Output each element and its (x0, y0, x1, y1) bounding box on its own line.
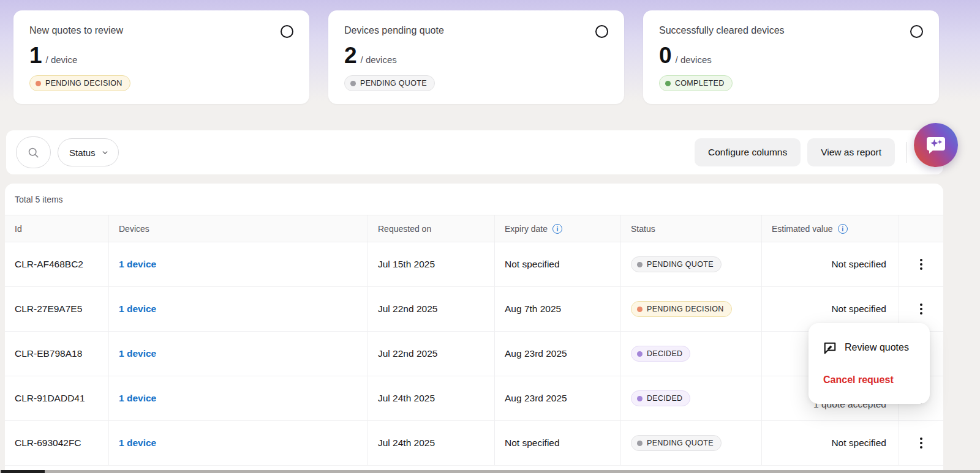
table-toolbar: Status Configure columns View as report (6, 130, 943, 174)
table-header-row: Id Devices Requested on Expiry date i St… (5, 215, 943, 242)
menu-item-cancel-request[interactable]: Cancel request (809, 372, 930, 388)
row-menu-button[interactable] (918, 301, 925, 317)
cell-expiry-date: Not specified (494, 421, 620, 465)
card-count: 1 (29, 45, 42, 65)
column-header-requested-on: Requested on (368, 215, 494, 242)
card-count-row: 0 / devices (659, 45, 923, 65)
badge-dot-icon (36, 81, 41, 86)
card-new-quotes: New quotes to review 1 / device PENDING … (13, 10, 309, 104)
card-unit: / devices (361, 54, 397, 65)
cell-status: DECIDED (620, 376, 761, 420)
badge-label: DECIDED (647, 394, 682, 403)
devices-link[interactable]: 1 device (119, 259, 156, 270)
cell-id: CLR-EB798A18 (5, 332, 108, 376)
menu-item-label: Review quotes (845, 342, 909, 353)
radio-circle-icon[interactable] (281, 25, 293, 38)
radio-circle-icon[interactable] (910, 25, 923, 38)
cell-actions (899, 242, 943, 286)
cell-id: CLR-AF468BC2 (5, 242, 108, 286)
badge-dot-icon (637, 441, 643, 446)
card-title: Successfully cleared devices (659, 25, 785, 36)
column-header-devices: Devices (108, 215, 368, 242)
devices-link[interactable]: 1 device (119, 393, 156, 404)
search-button[interactable] (16, 136, 51, 168)
row-menu-button[interactable] (918, 435, 925, 451)
badge-dot-icon (637, 262, 643, 267)
horizontal-scrollbar[interactable] (0, 470, 980, 473)
configure-columns-button[interactable]: Configure columns (695, 138, 801, 166)
badge-label: PENDING QUOTE (360, 79, 427, 88)
cell-id: CLR-91DADD41 (5, 376, 108, 420)
status-badge: PENDING QUOTE (631, 256, 722, 272)
view-as-report-button[interactable]: View as report (807, 138, 895, 166)
cell-actions (899, 421, 943, 465)
devices-link[interactable]: 1 device (119, 438, 156, 449)
status-badge: PENDING DECISION (29, 75, 130, 91)
table-row: CLR-91DADD41 1 device Jul 24th 2025 Aug … (5, 376, 943, 421)
card-count-row: 2 / devices (344, 45, 608, 65)
cell-status: DECIDED (620, 332, 761, 376)
cell-estimated-value: Not specified (761, 242, 899, 286)
radio-circle-icon[interactable] (595, 25, 608, 38)
cell-estimated-value: Not specified (761, 421, 899, 465)
horizontal-scrollbar-thumb[interactable] (1, 470, 45, 473)
cell-requested-on: Jul 22nd 2025 (368, 332, 494, 376)
card-header: Devices pending quote (344, 25, 608, 38)
table-row: CLR-AF468BC2 1 device Jul 15th 2025 Not … (5, 242, 943, 287)
card-pending-quote: Devices pending quote 2 / devices PENDIN… (328, 10, 624, 104)
column-header-estimated-value: Estimated value i (761, 215, 899, 242)
chat-sparkles-icon (924, 134, 948, 156)
cell-requested-on: Jul 24th 2025 (368, 376, 494, 420)
cell-requested-on: Jul 15th 2025 (368, 242, 494, 286)
cell-expiry-date: Aug 7th 2025 (494, 287, 620, 331)
card-count: 2 (344, 45, 356, 65)
status-badge: PENDING DECISION (631, 301, 732, 317)
row-menu-button[interactable] (918, 256, 925, 272)
card-title: New quotes to review (29, 25, 123, 36)
badge-label: DECIDED (647, 349, 682, 358)
card-header: New quotes to review (29, 25, 293, 38)
row-context-menu: Review quotes Cancel request (809, 323, 930, 404)
cell-requested-on: Jul 22nd 2025 (368, 287, 494, 331)
cell-id: CLR-693042FC (5, 421, 108, 465)
info-icon[interactable]: i (552, 224, 562, 234)
rate-review-icon (823, 341, 837, 354)
search-icon (27, 146, 40, 159)
status-filter-label: Status (69, 147, 96, 158)
card-header: Successfully cleared devices (659, 25, 923, 38)
column-header-id: Id (5, 215, 108, 242)
card-unit: / devices (676, 54, 712, 65)
badge-dot-icon (637, 351, 643, 357)
cell-status: PENDING QUOTE (620, 421, 761, 465)
devices-link[interactable]: 1 device (119, 348, 156, 359)
badge-label: PENDING QUOTE (647, 260, 714, 269)
table-row: CLR-EB798A18 1 device Jul 22nd 2025 Aug … (5, 332, 943, 376)
table-summary: Total 5 items (5, 184, 943, 215)
summary-cards-row: New quotes to review 1 / device PENDING … (13, 10, 939, 104)
info-icon[interactable]: i (838, 224, 848, 234)
status-filter-dropdown[interactable]: Status (58, 138, 119, 166)
badge-dot-icon (350, 81, 356, 86)
card-unit: / device (46, 54, 78, 65)
devices-link[interactable]: 1 device (119, 304, 156, 315)
ai-assistant-fab[interactable] (914, 123, 958, 167)
cell-id: CLR-27E9A7E5 (5, 287, 108, 331)
menu-item-review-quotes[interactable]: Review quotes (809, 337, 930, 359)
cell-expiry-date: Aug 23rd 2025 (494, 332, 620, 376)
status-badge: PENDING QUOTE (344, 75, 435, 91)
table-row: CLR-693042FC 1 device Jul 24th 2025 Not … (5, 421, 943, 466)
chevron-down-icon (101, 149, 109, 157)
column-header-expiry-date: Expiry date i (494, 215, 620, 242)
cell-requested-on: Jul 24th 2025 (368, 421, 494, 465)
status-badge: COMPLETED (659, 75, 733, 91)
cell-status: PENDING QUOTE (620, 242, 761, 286)
status-badge: DECIDED (631, 346, 690, 362)
toolbar-divider (907, 142, 907, 163)
cell-status: PENDING DECISION (620, 287, 761, 331)
menu-item-label: Cancel request (823, 374, 894, 385)
card-count-row: 1 / device (29, 45, 293, 65)
card-title: Devices pending quote (344, 25, 444, 36)
card-cleared-devices: Successfully cleared devices 0 / devices… (643, 10, 939, 104)
badge-label: PENDING QUOTE (647, 439, 714, 447)
badge-dot-icon (637, 307, 643, 312)
